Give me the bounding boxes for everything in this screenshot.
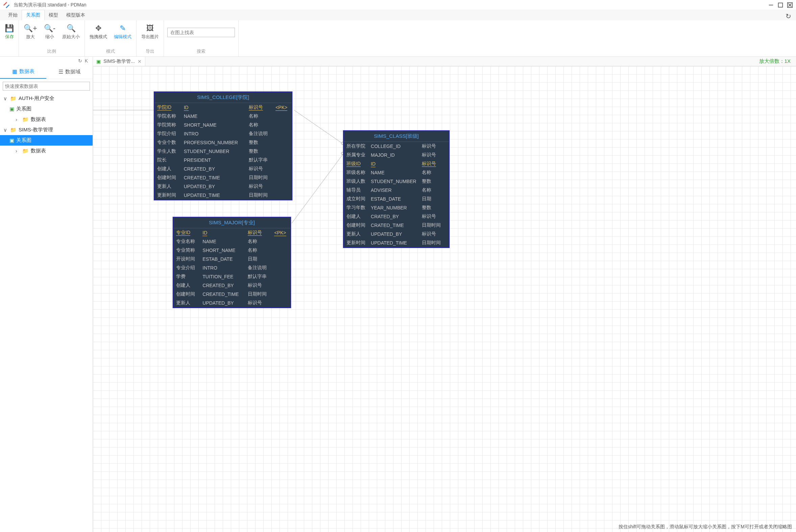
folder-icon: 📁 xyxy=(22,116,29,122)
entity-field-row[interactable]: 班级IDID标识号 xyxy=(344,159,449,168)
tree-node-auth-tables[interactable]: ›📁数据表 xyxy=(0,114,93,125)
zoom-level: 放大倍数：1X xyxy=(759,58,791,64)
entity-field-row[interactable]: 学生人数STUDENT_NUMBER整数 xyxy=(154,147,292,156)
entity-field-row[interactable]: 成立时间ESTAB_DATE日期 xyxy=(344,194,449,203)
entity-field-row[interactable]: 专业简称SHORT_NAME名称 xyxy=(173,246,290,255)
folder-icon: 📁 xyxy=(10,127,17,133)
entity-field-row[interactable]: 班级名称NAME名称 xyxy=(344,168,449,177)
save-icon: 💾 xyxy=(5,24,14,33)
refresh-icon[interactable]: ↻ xyxy=(785,12,791,20)
tree-node-auth[interactable]: ∨📁AUTH-用户安全 xyxy=(0,93,93,104)
app-logo-icon xyxy=(3,1,10,9)
entity-field-row[interactable]: 专业个数PROFESSION_NUMBER整数 xyxy=(154,138,292,147)
canvas-search-input[interactable] xyxy=(167,28,235,37)
zoom-in-icon: 🔍+ xyxy=(24,24,37,33)
svg-line-6 xyxy=(294,110,343,144)
menutab-relation[interactable]: 关系图 xyxy=(22,10,44,20)
entity-sims-major[interactable]: SIMS_MAJOR[专业] 专业IDID标识号<PK>专业名称NAME名称专业… xyxy=(173,217,291,308)
tree: ∨📁AUTH-用户安全 ▣关系图 ›📁数据表 ∨📁SIMS-教学管理 ▣关系图 … xyxy=(0,93,93,532)
entity-field-row[interactable]: 专业介绍INTRO备注说明 xyxy=(173,264,290,272)
sidebar-toolbar: ↻ K xyxy=(0,57,93,65)
entity-field-row[interactable]: 学院简称SHORT_NAME名称 xyxy=(154,120,292,129)
relation-icon: ▣ xyxy=(10,137,14,144)
zoom-reset-icon: 🔍 xyxy=(67,24,76,33)
entity-field-row[interactable]: 学习年数YEAR_NUMBER整数 xyxy=(344,203,449,212)
entity-field-row[interactable]: 所在学院COLLEGE_ID标识号 xyxy=(344,142,449,151)
entity-field-row[interactable]: 更新时间UPDATED_TIME日期时间 xyxy=(344,239,449,247)
list-icon: ☰ xyxy=(58,69,63,75)
entity-field-row[interactable]: 更新人UPDATED_BY标识号 xyxy=(344,230,449,239)
entity-field-row[interactable]: 学院介绍INTRO备注说明 xyxy=(154,129,292,138)
ribbon: 💾 保存 🔍+放大 🔍-缩小 🔍原始大小 比例 ✥拖拽模式 ✎编辑模式 模式 🖼… xyxy=(0,20,796,57)
sidebar-k-icon[interactable]: K xyxy=(85,58,88,63)
export-image-button[interactable]: 🖼导出图片 xyxy=(140,23,160,40)
svg-line-7 xyxy=(292,154,343,223)
zoom-out-icon: 🔍- xyxy=(44,24,55,33)
entity-field-row[interactable]: 专业名称NAME名称 xyxy=(173,237,290,246)
tree-search-input[interactable] xyxy=(3,82,90,91)
entity-fields: 学院IDID标识号<PK>学院名称NAME名称学院简称SHORT_NAME名称学… xyxy=(154,103,292,200)
maximize-icon[interactable] xyxy=(777,2,784,8)
relation-icon: ▣ xyxy=(10,106,14,112)
sidebar: ↻ K ▦数据表 ☰数据域 ∨📁AUTH-用户安全 ▣关系图 ›📁数据表 ∨📁S… xyxy=(0,57,93,532)
edit-icon: ✎ xyxy=(119,24,126,33)
zoom-reset-button[interactable]: 🔍原始大小 xyxy=(61,23,81,40)
tree-node-sims[interactable]: ∨📁SIMS-教学管理 xyxy=(0,125,93,135)
minimize-icon[interactable] xyxy=(767,2,774,8)
entity-field-row[interactable]: 班级人数STUDENT_NUMBER整数 xyxy=(344,177,449,186)
ribbon-group-search: 搜索 xyxy=(164,20,239,56)
diagram-canvas[interactable]: SIMS_COLLEGE[学院] 学院IDID标识号<PK>学院名称NAME名称… xyxy=(93,66,796,532)
entity-field-row[interactable]: 创建时间CREATED_TIME日期时间 xyxy=(173,290,290,299)
canvas-tab-label: SIMS-教学管... xyxy=(104,58,135,64)
close-icon[interactable] xyxy=(786,2,793,8)
folder-icon: 📁 xyxy=(22,148,29,154)
entity-field-row[interactable]: 学院IDID标识号<PK> xyxy=(154,103,292,112)
titlebar: 当前为演示项目:standard - PDMan xyxy=(0,0,796,10)
tree-node-sims-relation[interactable]: ▣关系图 xyxy=(0,135,93,146)
entity-fields: 专业IDID标识号<PK>专业名称NAME名称专业简称SHORT_NAME名称开… xyxy=(173,228,290,307)
canvas-wrap: ▣ SIMS-教学管... ✕ 放大倍数：1X SIMS_COLLEGE[学院]… xyxy=(93,57,796,532)
svg-rect-0 xyxy=(769,5,773,5)
group-label-search: 搜索 xyxy=(197,47,205,56)
canvas-tab[interactable]: ▣ SIMS-教学管... ✕ xyxy=(93,57,145,66)
entity-field-row[interactable]: 创建人CREATED_BY标识号 xyxy=(154,165,292,173)
tree-node-auth-relation[interactable]: ▣关系图 xyxy=(0,104,93,114)
menutab-model[interactable]: 模型 xyxy=(44,10,62,20)
save-button[interactable]: 💾 保存 xyxy=(3,23,15,40)
ribbon-group-export: 🖼导出图片 导出 xyxy=(136,20,164,56)
entity-field-row[interactable]: 创建时间CREATED_TIME日期时间 xyxy=(154,173,292,182)
group-label-export: 导出 xyxy=(146,47,154,56)
sidebar-refresh-icon[interactable]: ↻ xyxy=(78,58,82,63)
entity-sims-college[interactable]: SIMS_COLLEGE[学院] 学院IDID标识号<PK>学院名称NAME名称… xyxy=(154,92,292,200)
entity-header: SIMS_COLLEGE[学院] xyxy=(154,92,292,103)
entity-field-row[interactable]: 更新人UPDATED_BY标识号 xyxy=(154,182,292,191)
entity-field-row[interactable]: 更新人UPDATED_BY标识号 xyxy=(173,299,290,307)
entity-field-row[interactable]: 更新时间UPDATED_TIME日期时间 xyxy=(154,191,292,200)
entity-field-row[interactable]: 学费TUITION_FEE默认字串 xyxy=(173,272,290,281)
sidebar-tab-tables[interactable]: ▦数据表 xyxy=(0,65,46,79)
entity-field-row[interactable]: 所属专业MAJOR_ID标识号 xyxy=(344,151,449,159)
folder-icon: 📁 xyxy=(10,96,17,102)
entity-field-row[interactable]: 院长PRESIDENT默认字串 xyxy=(154,156,292,165)
entity-field-row[interactable]: 辅导员ADVISER名称 xyxy=(344,186,449,194)
sidebar-tab-domains[interactable]: ☰数据域 xyxy=(46,65,93,79)
close-tab-icon[interactable]: ✕ xyxy=(137,59,142,64)
ribbon-group-save: 💾 保存 xyxy=(0,20,19,56)
menu-tabs: 开始 关系图 模型 模型版本 ↻ xyxy=(0,10,796,20)
drag-mode-button[interactable]: ✥拖拽模式 xyxy=(88,23,109,40)
entity-field-row[interactable]: 创建时间CRATED_TIME日期时间 xyxy=(344,221,449,230)
svg-rect-1 xyxy=(778,3,783,7)
ribbon-group-mode: ✥拖拽模式 ✎编辑模式 模式 xyxy=(85,20,136,56)
edit-mode-button[interactable]: ✎编辑模式 xyxy=(113,23,133,40)
zoom-out-button[interactable]: 🔍-缩小 xyxy=(42,23,57,40)
entity-field-row[interactable]: 创建人CRATED_BY标识号 xyxy=(344,212,449,221)
entity-sims-class[interactable]: SIMS_CLASS[班级] 所在学院COLLEGE_ID标识号所属专业MAJO… xyxy=(343,130,449,248)
entity-field-row[interactable]: 学院名称NAME名称 xyxy=(154,112,292,120)
zoom-in-button[interactable]: 🔍+放大 xyxy=(22,23,39,40)
entity-field-row[interactable]: 专业IDID标识号<PK> xyxy=(173,228,290,237)
menutab-model-version[interactable]: 模型版本 xyxy=(62,10,89,20)
tree-node-sims-tables[interactable]: ›📁数据表 xyxy=(0,146,93,156)
menutab-start[interactable]: 开始 xyxy=(4,10,22,20)
entity-field-row[interactable]: 创建人CREATED_BY标识号 xyxy=(173,281,290,290)
entity-field-row[interactable]: 开设时间ESTAB_DATE日期 xyxy=(173,255,290,264)
